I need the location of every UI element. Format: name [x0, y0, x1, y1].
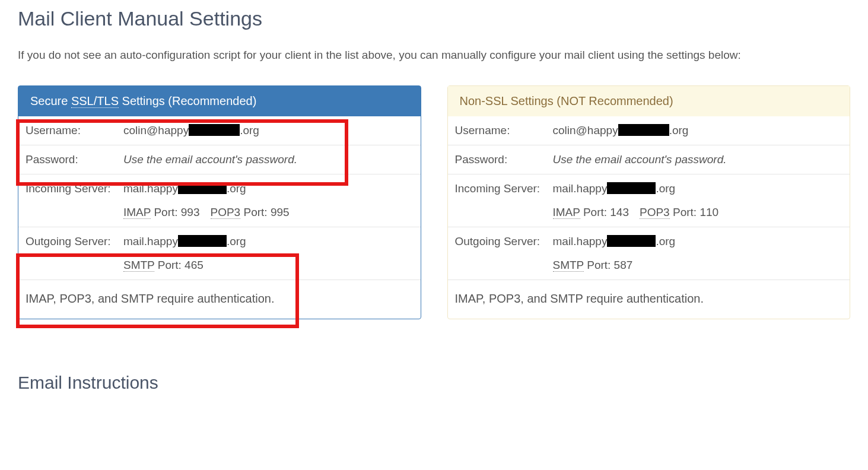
password-label: Password: — [26, 153, 123, 166]
incoming-label: Incoming Server: — [455, 182, 553, 219]
incoming-label: Incoming Server: — [26, 182, 123, 219]
incoming-row: Incoming Server: mail.happy.org IMAP Por… — [448, 174, 850, 227]
redacted-box — [189, 124, 240, 136]
imap-port: Port: 143 — [580, 206, 629, 218]
imap-abbr: IMAP — [123, 206, 151, 219]
pop3-abbr: POP3 — [640, 206, 670, 219]
smtp-abbr: SMTP — [123, 259, 154, 272]
settings-panels: Secure SSL/TLS Settings (Recommended) Us… — [18, 85, 850, 319]
auth-note: IMAP, POP3, and SMTP require authenticat… — [448, 280, 850, 319]
username-label: Username: — [455, 124, 553, 137]
outgoing-ports: SMTP Port: 465 — [123, 259, 414, 272]
password-value: Use the email account's password. — [123, 153, 414, 166]
username-value: colin@happy.org — [553, 124, 843, 137]
username-row: Username: colin@happy.org — [18, 116, 421, 145]
smtp-abbr: SMTP — [553, 259, 584, 272]
outgoing-row: Outgoing Server: mail.happy.org SMTP Por… — [18, 227, 421, 280]
incoming-row: Incoming Server: mail.happy.org IMAP Por… — [18, 174, 421, 227]
username-label: Username: — [26, 124, 123, 137]
outgoing-ports: SMTP Port: 587 — [553, 259, 843, 272]
header-text-pre: Secure — [30, 94, 71, 107]
redacted-box — [618, 124, 669, 136]
redacted-box — [178, 235, 227, 247]
username-value: colin@happy.org — [123, 124, 414, 137]
page-title: Mail Client Manual Settings — [18, 7, 850, 30]
header-text-post: Settings (Recommended) — [119, 94, 256, 107]
ssl-tls-abbr: SSL/TLS — [71, 94, 119, 108]
incoming-ports: IMAP Port: 993POP3 Port: 995 — [123, 206, 414, 219]
intro-text: If you do not see an auto-configuration … — [18, 47, 850, 64]
imap-port: Port: 993 — [151, 206, 199, 218]
ssl-panel: Secure SSL/TLS Settings (Recommended) Us… — [18, 85, 421, 319]
outgoing-label: Outgoing Server: — [26, 235, 123, 272]
nossl-panel-header: Non-SSL Settings (NOT Recommended) — [448, 86, 850, 116]
incoming-ports: IMAP Port: 143POP3 Port: 110 — [553, 206, 843, 219]
outgoing-value: mail.happy.org SMTP Port: 587 — [553, 235, 843, 272]
redacted-box — [178, 182, 227, 194]
smtp-port: Port: 587 — [584, 259, 632, 271]
auth-note: IMAP, POP3, and SMTP require authenticat… — [18, 280, 421, 319]
pop3-port: Port: 110 — [670, 206, 718, 218]
pop3-port: Port: 995 — [240, 206, 289, 218]
outgoing-value: mail.happy.org SMTP Port: 465 — [123, 235, 414, 272]
outgoing-label: Outgoing Server: — [455, 235, 553, 272]
nossl-panel: Non-SSL Settings (NOT Recommended) Usern… — [447, 85, 851, 319]
password-row: Password: Use the email account's passwo… — [448, 145, 850, 174]
ssl-panel-header: Secure SSL/TLS Settings (Recommended) — [18, 86, 421, 116]
password-label: Password: — [455, 153, 553, 166]
pop3-abbr: POP3 — [211, 206, 241, 219]
smtp-port: Port: 465 — [154, 259, 203, 271]
incoming-value: mail.happy.org IMAP Port: 993POP3 Port: … — [123, 182, 414, 219]
username-row: Username: colin@happy.org — [448, 116, 850, 145]
password-value: Use the email account's password. — [553, 153, 843, 166]
email-instructions-heading: Email Instructions — [18, 373, 850, 393]
imap-abbr: IMAP — [553, 206, 580, 219]
outgoing-row: Outgoing Server: mail.happy.org SMTP Por… — [448, 227, 850, 280]
redacted-box — [607, 235, 656, 247]
incoming-value: mail.happy.org IMAP Port: 143POP3 Port: … — [553, 182, 843, 219]
redacted-box — [607, 182, 656, 194]
password-row: Password: Use the email account's passwo… — [18, 145, 421, 174]
